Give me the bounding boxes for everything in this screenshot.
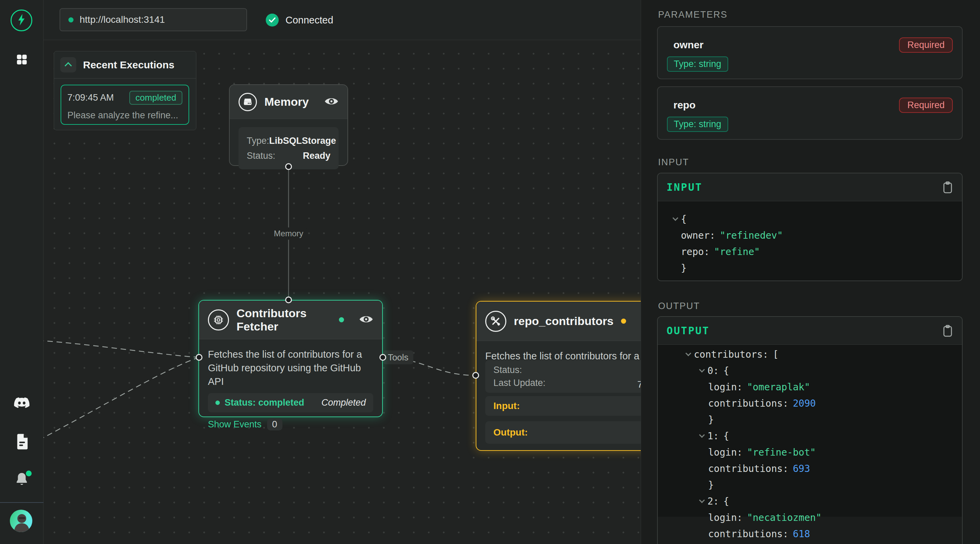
chevron-down-icon[interactable]: [699, 367, 705, 373]
param-card-repo: repo Required Type: string: [657, 86, 963, 140]
connection-status-label: Connected: [285, 14, 333, 26]
document-icon: [15, 434, 28, 451]
copy-button[interactable]: [942, 181, 953, 194]
show-events-link[interactable]: Show Events: [208, 419, 262, 430]
node-repo-active-dot: [621, 319, 626, 324]
repo-last-update-value: 7: [637, 379, 641, 390]
memory-type-label: Type:: [247, 136, 269, 146]
node-memory[interactable]: Memory Type: LibSQLStorage Status: [229, 84, 348, 166]
tools-icon: [485, 311, 506, 332]
notification-badge: [26, 471, 32, 476]
node-cf-description: Fetches the list of contributors for a G…: [208, 347, 373, 388]
node-cf-status-left: Status: completed: [215, 398, 304, 408]
output-card-header: OUTPUT: [658, 317, 962, 345]
eye-icon[interactable]: [324, 96, 339, 108]
node-repo-output-box: Output:: [485, 421, 641, 444]
input-card: INPUT { owner:"refinedev" repo:"refine" …: [657, 173, 963, 281]
sidebar-item-workflows[interactable]: [0, 53, 43, 67]
agent-chip-icon: [208, 309, 229, 330]
memory-status-label: Status:: [247, 151, 275, 161]
handle-cf-right[interactable]: [379, 354, 386, 361]
memory-status-value: Ready: [303, 151, 331, 161]
chevron-up-icon: [65, 62, 72, 69]
server-url-input[interactable]: http://localhost:3141: [60, 8, 247, 31]
repo-status-label: Status:: [493, 365, 522, 375]
workflow-canvas[interactable]: Memory Tools Recent Executions 7:09:45 A…: [43, 40, 641, 544]
node-memory-header: Memory: [230, 85, 347, 119]
output-card: OUTPUT contributors:[ 0:{ login:"omerapl…: [657, 316, 963, 544]
param-name: repo: [673, 99, 695, 111]
output-json-tree[interactable]: contributors:[ 0:{ login:"omeraplak" con…: [658, 345, 962, 517]
status-dot: [215, 401, 220, 405]
avatar-photo: [10, 510, 32, 532]
node-repo-title: repo_contributors: [514, 314, 614, 328]
recent-executions-panel: Recent Executions 7:09:45 AM completed P…: [54, 51, 196, 130]
execution-prompt: Please analyze the refine...: [67, 110, 182, 121]
edge-offscreen-top: [43, 341, 199, 357]
output-card-title: OUTPUT: [667, 325, 710, 336]
recent-executions-title: Recent Executions: [83, 59, 174, 71]
node-cf-status: Status: completed Completed: [208, 393, 373, 412]
node-cf-active-dot: [339, 317, 344, 322]
app-window: http://localhost:3141 Connected Memory T…: [0, 0, 980, 544]
execution-status-badge: completed: [129, 91, 182, 105]
check-icon: [266, 14, 279, 27]
node-repo-contributors[interactable]: repo_contributors Fetches the list of co…: [476, 301, 641, 451]
repo-output-label: Output:: [493, 427, 528, 438]
node-cf-title: Contributors Fetcher: [237, 307, 331, 333]
node-contributors-fetcher[interactable]: Contributors Fetcher Fetches the list of…: [198, 300, 383, 417]
repo-last-update-label: Last Update:: [493, 378, 546, 388]
app-logo[interactable]: [11, 10, 32, 31]
output-section-label: OUTPUT: [658, 301, 700, 311]
server-url: http://localhost:3141: [80, 14, 165, 25]
memory-type-row: Type: LibSQLStorage: [247, 133, 331, 148]
collapse-button[interactable]: [60, 57, 76, 73]
sidebar-divider: [0, 502, 43, 503]
input-card-title: INPUT: [667, 181, 702, 193]
handle-repo-left[interactable]: [472, 372, 479, 379]
type-badge: Type: string: [667, 117, 728, 132]
topbar: http://localhost:3141 Connected: [43, 0, 641, 40]
input-section-label: INPUT: [658, 157, 689, 168]
chevron-down-icon[interactable]: [685, 351, 691, 356]
handle-cf-top[interactable]: [285, 297, 292, 303]
chevron-down-icon[interactable]: [699, 497, 705, 503]
lightning-icon: [16, 13, 27, 27]
sidebar-item-discord[interactable]: [0, 397, 43, 412]
required-badge: Required: [899, 98, 953, 113]
execution-item[interactable]: 7:09:45 AM completed Please analyze the …: [60, 85, 189, 125]
edge-label-tools: Tools: [383, 351, 414, 365]
recent-executions-header: Recent Executions: [54, 51, 196, 79]
chevron-down-icon[interactable]: [672, 215, 678, 221]
node-cf-status-value: Completed: [321, 398, 366, 408]
type-badge: Type: string: [667, 56, 728, 72]
handle-cf-left[interactable]: [196, 354, 202, 361]
grid-icon: [15, 53, 29, 67]
input-card-header: INPUT: [658, 173, 962, 201]
node-repo-status-box: Status: Last Update:: [485, 360, 641, 393]
copy-button[interactable]: [942, 324, 953, 337]
repo-input-label: Input:: [493, 401, 520, 411]
node-cf-header: Contributors Fetcher: [199, 301, 382, 339]
connection-status: Connected: [266, 0, 333, 40]
user-avatar[interactable]: [10, 510, 32, 532]
storage-icon: [239, 93, 257, 111]
input-json-tree[interactable]: { owner:"refinedev" repo:"refine" }: [658, 201, 962, 281]
edge-label-memory: Memory: [270, 227, 307, 240]
sidebar-item-docs[interactable]: [0, 434, 43, 451]
eye-icon[interactable]: [359, 314, 373, 326]
events-count-badge: 0: [267, 419, 282, 430]
node-repo-header: repo_contributors: [476, 301, 641, 341]
required-badge: Required: [899, 37, 953, 53]
parameters-section-label: PARAMETERS: [658, 10, 727, 20]
node-cf-status-text: Status: completed: [224, 398, 304, 408]
memory-type-value: LibSQLStorage: [269, 136, 336, 146]
discord-icon: [13, 397, 30, 412]
param-name: owner: [673, 39, 703, 51]
execution-time: 7:09:45 AM: [67, 92, 114, 103]
chevron-down-icon[interactable]: [699, 432, 705, 438]
server-status-dot: [68, 17, 73, 22]
node-repo-input-box: Input:: [485, 396, 641, 416]
sidebar-item-notifications[interactable]: [0, 472, 43, 488]
handle-memory-bottom[interactable]: [285, 163, 292, 170]
